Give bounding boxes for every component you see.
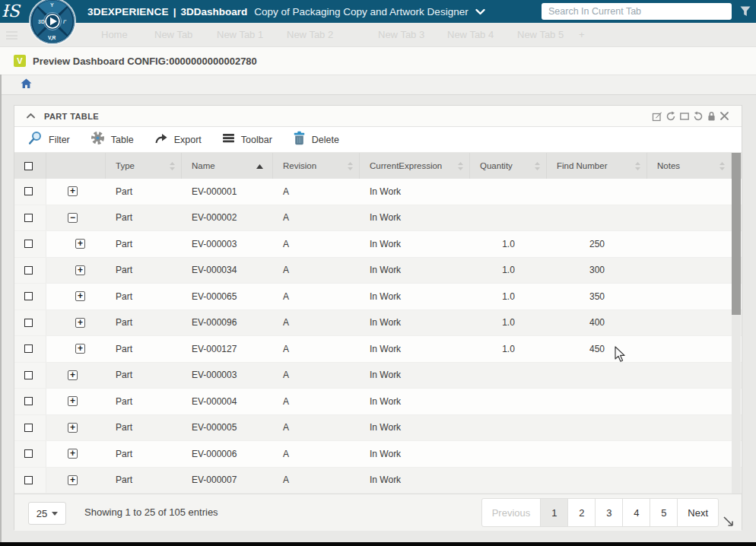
- export-button[interactable]: Export: [154, 132, 202, 148]
- page-button-4[interactable]: 4: [622, 498, 650, 527]
- undo-widget-icon[interactable]: [693, 111, 704, 122]
- tab-new-tab-2[interactable]: New Tab 2: [287, 29, 333, 40]
- cell-find-number: [547, 468, 647, 494]
- row-checkbox[interactable]: [24, 266, 33, 275]
- expand-row-button[interactable]: +: [68, 449, 78, 459]
- vertical-scrollbar[interactable]: [732, 153, 741, 494]
- cell-name: EV-000096: [182, 310, 273, 336]
- brand-name: 3DEXPERIENCE: [87, 6, 169, 17]
- tab-new-tab-4[interactable]: New Tab 4: [447, 29, 494, 40]
- expand-row-button[interactable]: +: [75, 265, 85, 275]
- table-settings-button[interactable]: Table: [91, 131, 134, 148]
- edit-widget-icon[interactable]: [652, 111, 662, 122]
- column-header-find-number[interactable]: Find Number: [547, 153, 647, 179]
- filter-button[interactable]: Filter: [28, 131, 70, 148]
- page-button-3[interactable]: 3: [595, 498, 623, 527]
- page-size-dropdown[interactable]: 25: [28, 502, 66, 525]
- cell-find-number: [547, 441, 647, 467]
- expand-row-button[interactable]: +: [68, 186, 78, 196]
- sort-icon[interactable]: [635, 162, 640, 170]
- cell-quantity: 1.0: [470, 231, 547, 257]
- cell-type: Part: [106, 310, 182, 336]
- collapse-row-button[interactable]: −: [68, 213, 78, 223]
- filter-funnel-icon[interactable]: [739, 5, 751, 21]
- table-row: +PartEV-000003AIn Work1.0250: [14, 231, 742, 258]
- row-checkbox-cell: [14, 415, 46, 441]
- add-tab-button[interactable]: +: [579, 29, 585, 40]
- cell-notes: [647, 468, 732, 494]
- dashboard-title[interactable]: Copy of Packaging Copy and Artwork Desig…: [254, 6, 468, 17]
- lock-widget-icon[interactable]: [707, 111, 716, 122]
- delete-button[interactable]: Delete: [293, 131, 339, 148]
- cell-find-number: 450: [547, 336, 647, 362]
- cell-revision: A: [273, 205, 360, 231]
- row-checkbox-cell: [14, 231, 46, 257]
- row-expand-cell: +: [46, 179, 106, 205]
- close-widget-icon[interactable]: [719, 111, 729, 121]
- column-header-notes[interactable]: Notes: [647, 153, 732, 179]
- column-header-current-expression[interactable]: CurrentExpression: [360, 153, 470, 179]
- page-button-2[interactable]: 2: [567, 498, 596, 527]
- row-expand-cell: +: [46, 284, 106, 310]
- sort-icon[interactable]: [170, 162, 175, 170]
- cell-find-number: 400: [547, 310, 647, 336]
- page-button-1[interactable]: 1: [540, 498, 568, 527]
- home-icon[interactable]: [21, 78, 32, 92]
- expand-row-button[interactable]: +: [68, 396, 78, 406]
- row-expand-cell: +: [46, 468, 106, 494]
- tab-new-tab[interactable]: New Tab: [154, 29, 192, 40]
- search-input[interactable]: [542, 3, 732, 20]
- expand-row-button[interactable]: +: [75, 291, 85, 301]
- select-all-checkbox[interactable]: [24, 162, 33, 170]
- expand-row-button[interactable]: +: [68, 423, 78, 433]
- scrollbar-thumb[interactable]: [732, 153, 741, 315]
- part-table-widget: PART TABLE: [14, 105, 742, 530]
- tab-new-tab-1[interactable]: New Tab 1: [217, 29, 263, 40]
- resize-handle-icon[interactable]: [723, 516, 734, 530]
- toolbar-button[interactable]: Toolbar: [222, 132, 272, 147]
- cell-notes: [647, 363, 732, 389]
- cell-name: EV-000004: [182, 389, 273, 414]
- tabs-menu-icon[interactable]: [6, 31, 17, 42]
- cell-find-number: [547, 389, 647, 414]
- sort-icon[interactable]: [719, 162, 725, 170]
- row-checkbox[interactable]: [24, 344, 33, 353]
- next-page-button[interactable]: Next: [677, 498, 719, 527]
- previous-page-button[interactable]: Previous: [481, 498, 542, 527]
- column-header-name[interactable]: Name: [182, 153, 273, 179]
- row-checkbox[interactable]: [24, 449, 33, 458]
- row-checkbox[interactable]: [24, 240, 33, 248]
- column-header-quantity[interactable]: Quantity: [470, 153, 547, 179]
- 3dexperience-compass-logo[interactable]: 3D i’ V,R Y: [28, 0, 77, 46]
- sort-icon[interactable]: [458, 162, 463, 170]
- row-checkbox[interactable]: [24, 424, 33, 432]
- row-checkbox[interactable]: [24, 214, 33, 222]
- tab-new-tab-3[interactable]: New Tab 3: [378, 29, 424, 40]
- collapse-widget-icon[interactable]: [27, 113, 35, 119]
- row-checkbox[interactable]: [24, 397, 33, 405]
- cell-notes: [647, 284, 732, 310]
- row-checkbox[interactable]: [24, 187, 33, 195]
- cell-type: Part: [106, 336, 182, 362]
- column-header-revision[interactable]: Revision: [273, 153, 360, 179]
- column-header-type[interactable]: Type: [106, 153, 182, 179]
- row-checkbox[interactable]: [24, 319, 33, 327]
- row-checkbox[interactable]: [24, 292, 33, 300]
- tab-new-tab-5[interactable]: New Tab 5: [517, 29, 564, 40]
- row-checkbox[interactable]: [24, 476, 33, 484]
- tab-home[interactable]: Home: [101, 29, 128, 40]
- sort-icon[interactable]: [348, 162, 353, 170]
- expand-row-button[interactable]: +: [75, 239, 85, 249]
- sort-ascending-icon[interactable]: [256, 161, 263, 170]
- expand-row-button[interactable]: +: [75, 318, 85, 328]
- expand-row-button[interactable]: +: [68, 475, 78, 485]
- expand-row-button[interactable]: +: [68, 370, 78, 380]
- maximize-widget-icon[interactable]: [679, 111, 690, 122]
- refresh-widget-icon[interactable]: [665, 111, 676, 122]
- chevron-down-icon[interactable]: [475, 8, 485, 15]
- table-row: +PartEV-000004AIn Work: [14, 389, 742, 415]
- expand-row-button[interactable]: +: [75, 344, 85, 354]
- sort-icon[interactable]: [535, 162, 540, 170]
- page-button-5[interactable]: 5: [650, 498, 678, 527]
- row-checkbox[interactable]: [24, 371, 33, 379]
